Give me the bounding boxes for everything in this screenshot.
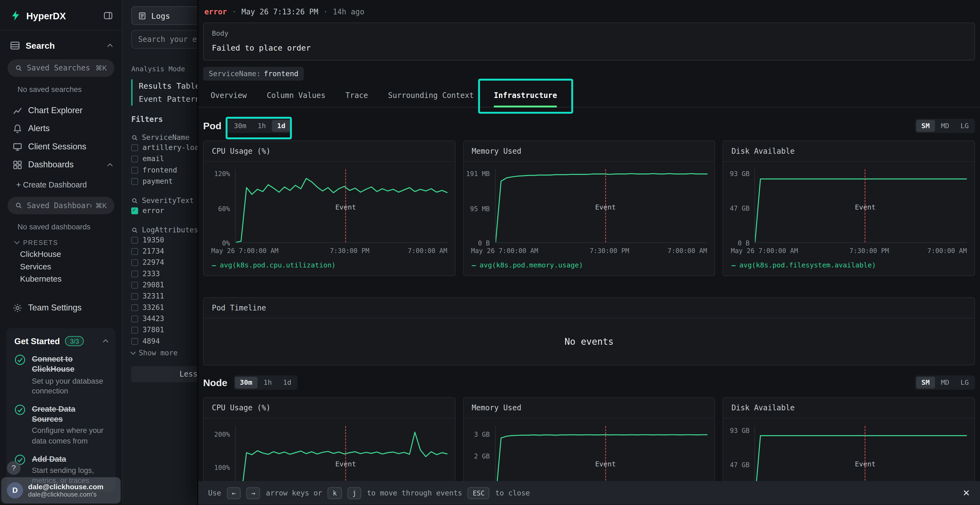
source-selector-label: Logs bbox=[151, 11, 170, 20]
sidebar-header: HyperDX bbox=[0, 0, 122, 31]
help-button[interactable]: ? bbox=[7, 461, 21, 475]
get-started-progress-badge: 3/3 bbox=[65, 336, 84, 346]
size-md[interactable]: MD bbox=[936, 120, 954, 132]
tab-trace[interactable]: Trace bbox=[345, 86, 368, 107]
presets-toggle[interactable]: PRESETS bbox=[15, 239, 122, 246]
chart-title: Memory Used bbox=[464, 398, 714, 419]
size-sm[interactable]: SM bbox=[916, 376, 935, 389]
sidebar-item-client-sessions[interactable]: Client Sessions bbox=[0, 137, 122, 156]
chart-card-pod-cpu: CPU Usage (%) 0%60%120% Event May 26 7:0… bbox=[203, 141, 455, 276]
key-j: j bbox=[347, 487, 361, 499]
checkbox[interactable] bbox=[131, 293, 138, 300]
event-details-drawer: error · May 26 7:13:26 PM · 14h ago Body… bbox=[197, 0, 980, 505]
chevron-down-icon bbox=[130, 349, 135, 354]
sidebar-item-chart-explorer[interactable]: Chart Explorer bbox=[0, 101, 122, 119]
close-drawer-icon[interactable]: ✕ bbox=[963, 488, 970, 498]
tab-infrastructure[interactable]: Infrastructure bbox=[494, 86, 557, 107]
chevron-up-icon[interactable] bbox=[107, 163, 113, 168]
x-axis-ticks: May 26 7:00:00 AM7:30:00 PM7:00:00 AM bbox=[731, 247, 967, 256]
get-started-item-title: Add Data bbox=[32, 454, 108, 464]
size-sm[interactable]: SM bbox=[916, 120, 935, 132]
line-chart-plot[interactable]: Event bbox=[495, 169, 707, 243]
saved-dashboards-input[interactable]: Saved Dashboards ⌘K bbox=[8, 197, 115, 214]
preset-item-clickhouse[interactable]: ClickHouse bbox=[0, 247, 122, 260]
key-arrow-left: ← bbox=[227, 487, 241, 499]
event-search-placeholder: Search your ev bbox=[138, 35, 201, 44]
saved-dashboards-placeholder: Saved Dashboards bbox=[27, 201, 91, 210]
checkbox[interactable] bbox=[131, 248, 138, 254]
chart-title: CPU Usage (%) bbox=[204, 398, 455, 419]
search-icon bbox=[131, 134, 138, 141]
checkbox[interactable] bbox=[131, 167, 138, 173]
sidebar-item-alerts[interactable]: Alerts bbox=[0, 119, 122, 138]
checkbox[interactable] bbox=[131, 207, 138, 214]
chip-key: ServiceName: bbox=[209, 69, 261, 78]
search-icon bbox=[15, 64, 22, 72]
body-label: Body bbox=[212, 29, 966, 38]
range-1h[interactable]: 1h bbox=[259, 376, 277, 389]
preset-item-kubernetes[interactable]: Kubernetes bbox=[0, 272, 122, 285]
checkbox[interactable] bbox=[131, 315, 138, 322]
shortcut-badge: ⌘K bbox=[95, 201, 107, 210]
tab-overview[interactable]: Overview bbox=[211, 86, 247, 107]
checkbox[interactable] bbox=[131, 144, 138, 151]
pod-time-range-toggle: 30m 1h 1d bbox=[228, 119, 291, 133]
node-section-header: Node 30m 1h 1d SM MD LG bbox=[203, 375, 975, 390]
footer-text: to move through events bbox=[367, 488, 462, 497]
checkbox[interactable] bbox=[131, 338, 138, 345]
chevron-up-icon[interactable] bbox=[103, 339, 108, 345]
range-1h[interactable]: 1h bbox=[253, 120, 271, 132]
facet-group-name: SeverityText bbox=[142, 196, 194, 205]
chart-legend: —avg(k8s.pod.filesystem.available) bbox=[732, 261, 966, 269]
search-section-icon bbox=[10, 41, 20, 51]
range-30m[interactable]: 30m bbox=[235, 376, 257, 389]
app-root: HyperDX Search Saved Searches ⌘K No save… bbox=[0, 0, 980, 505]
facet-option-label: payment bbox=[142, 177, 173, 186]
checkbox[interactable] bbox=[131, 327, 138, 333]
sidebar-item-dashboards[interactable]: Dashboards bbox=[0, 156, 122, 174]
checkbox[interactable] bbox=[131, 237, 138, 243]
grid-icon bbox=[13, 160, 22, 170]
gear-icon bbox=[13, 303, 22, 313]
preset-item-services[interactable]: Services bbox=[0, 260, 122, 272]
legend-label: avg(k8s.pod.cpu.utilization) bbox=[220, 261, 336, 269]
collapse-panel-icon[interactable] bbox=[103, 11, 113, 21]
sidebar-item-label: Dashboards bbox=[28, 160, 102, 169]
no-saved-dashboards-text: No saved dashboards bbox=[18, 222, 112, 231]
check-circle-icon bbox=[14, 354, 25, 365]
sidebar-item-team-settings[interactable]: Team Settings bbox=[0, 299, 122, 317]
sidebar: HyperDX Search Saved Searches ⌘K No save… bbox=[0, 0, 123, 505]
get-started-title: Get Started bbox=[14, 336, 60, 346]
user-menu[interactable]: D dale@clickhouse.com dale@clickhouse.co… bbox=[2, 477, 121, 503]
checkbox[interactable] bbox=[131, 259, 138, 266]
line-chart-plot[interactable]: Event bbox=[755, 169, 967, 243]
chevron-up-icon[interactable] bbox=[107, 44, 113, 49]
size-md[interactable]: MD bbox=[936, 376, 954, 389]
service-name-chip[interactable]: ServiceName: frontend bbox=[203, 67, 304, 81]
chart-legend: —avg(k8s.pod.memory.usage) bbox=[472, 261, 707, 269]
checkbox[interactable] bbox=[131, 270, 138, 277]
tab-column-values[interactable]: Column Values bbox=[267, 86, 326, 107]
create-dashboard-button[interactable]: + Create Dashboard bbox=[0, 177, 122, 193]
size-lg[interactable]: LG bbox=[956, 376, 974, 389]
range-30m[interactable]: 30m bbox=[229, 120, 251, 132]
body-value: Failed to place order bbox=[212, 43, 966, 52]
size-lg[interactable]: LG bbox=[956, 120, 974, 132]
checkbox[interactable] bbox=[131, 156, 138, 162]
saved-searches-input[interactable]: Saved Searches ⌘K bbox=[8, 59, 115, 77]
sidebar-nav: Chart Explorer Alerts Client Sessions Da… bbox=[0, 101, 122, 173]
get-started-item[interactable]: Connect to ClickHouse Set up your databa… bbox=[14, 354, 108, 396]
bell-icon bbox=[13, 123, 22, 133]
facet-option-label: 22974 bbox=[142, 258, 164, 267]
range-1d[interactable]: 1d bbox=[278, 376, 296, 389]
tab-surrounding-context[interactable]: Surrounding Context bbox=[388, 86, 474, 107]
user-email: dale@clickhouse.com bbox=[28, 483, 103, 491]
range-1d[interactable]: 1d bbox=[272, 120, 290, 132]
checkbox[interactable] bbox=[131, 281, 138, 288]
get-started-item[interactable]: Create Data Sources Configure where your… bbox=[14, 404, 108, 446]
key-arrow-right: → bbox=[247, 487, 260, 499]
line-chart-plot[interactable]: Event bbox=[235, 169, 447, 243]
checkbox[interactable] bbox=[131, 304, 138, 311]
sidebar-section-search[interactable]: Search bbox=[0, 31, 122, 56]
checkbox[interactable] bbox=[131, 178, 138, 184]
